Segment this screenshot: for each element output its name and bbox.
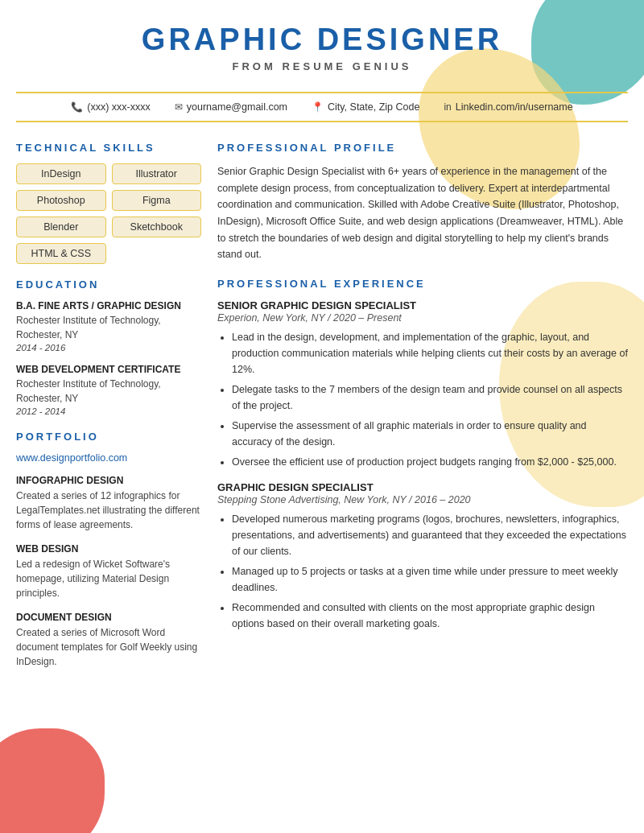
- phone-icon: 📞: [71, 101, 83, 113]
- portfolio-item: DOCUMENT DESIGN Created a series of Micr…: [16, 612, 201, 669]
- skill-tag: Blender: [16, 216, 106, 237]
- contact-location: 📍 City, State, Zip Code: [312, 101, 419, 113]
- header: GRAPHIC DESIGNER FROM RESUME GENIUS: [0, 0, 644, 80]
- edu-degree: B.A. FINE ARTS / GRAPHIC DESIGN: [16, 300, 201, 311]
- education-item: B.A. FINE ARTS / GRAPHIC DESIGN Rocheste…: [16, 300, 201, 353]
- phone-text: (xxx) xxx-xxxx: [87, 101, 150, 113]
- location-text: City, State, Zip Code: [328, 101, 419, 113]
- skill-tag: Photoshop: [16, 190, 106, 211]
- job-title: SENIOR GRAPHIC DESIGN SPECIALIST: [217, 299, 628, 311]
- job-item: GRAPHIC DESIGN SPECIALIST Stepping Stone…: [217, 481, 628, 632]
- portfolio-item-title: DOCUMENT DESIGN: [16, 612, 201, 623]
- portfolio-heading: PORTFOLIO: [16, 431, 201, 443]
- portfolio-item-title: INFOGRAPHIC DESIGN: [16, 475, 201, 486]
- profile-heading: PROFESSIONAL PROFILE: [217, 142, 628, 154]
- portfolio-link[interactable]: www.designportfolio.com: [16, 452, 201, 464]
- jobs-list: SENIOR GRAPHIC DESIGN SPECIALIST Experio…: [217, 299, 628, 632]
- bullet-item: Recommended and consulted with clients o…: [232, 600, 628, 632]
- bullet-item: Developed numerous marketing programs (l…: [232, 511, 628, 559]
- portfolio-item: INFOGRAPHIC DESIGN Created a series of 1…: [16, 475, 201, 532]
- job-company: Stepping Stone Advertising, New York, NY…: [217, 494, 628, 505]
- skill-tag: Sketchbook: [112, 216, 202, 237]
- education-heading: EDUCATION: [16, 278, 201, 291]
- portfolio-list: INFOGRAPHIC DESIGN Created a series of 1…: [16, 475, 201, 669]
- portfolio-item-desc: Created a series of 12 infographics for …: [16, 489, 201, 532]
- job-item: SENIOR GRAPHIC DESIGN SPECIALIST Experio…: [217, 299, 628, 470]
- contact-email: ✉ yourname@gmail.com: [175, 101, 287, 113]
- technical-skills-heading: TECHNICAL SKILLS: [16, 142, 201, 154]
- right-column: PROFESSIONAL PROFILE Senior Graphic Desi…: [217, 142, 628, 680]
- skill-tag: InDesign: [16, 163, 106, 184]
- skills-grid: InDesignIllustratorPhotoshopFigmaBlender…: [16, 163, 201, 264]
- skill-tag: Figma: [112, 190, 202, 211]
- edu-years: 2012 - 2014: [16, 406, 201, 416]
- edu-school: Rochester Institute of Technology, Roche…: [16, 313, 201, 342]
- job-company: Experion, New York, NY / 2020 – Present: [217, 312, 628, 324]
- portfolio-item: WEB DESIGN Led a redesign of Wicket Soft…: [16, 543, 201, 600]
- edu-degree: WEB DEVELOPMENT CERTIFICATE: [16, 364, 201, 375]
- contact-bar: 📞 (xxx) xxx-xxxx ✉ yourname@gmail.com 📍 …: [16, 92, 628, 122]
- education-item: WEB DEVELOPMENT CERTIFICATE Rochester In…: [16, 364, 201, 416]
- edu-school: Rochester Institute of Technology, Roche…: [16, 377, 201, 406]
- bullet-item: Delegate tasks to the 7 members of the d…: [232, 381, 628, 414]
- bullet-item: Lead in the design, development, and imp…: [232, 329, 628, 377]
- portfolio-item-desc: Led a redesign of Wicket Software's home…: [16, 557, 201, 600]
- experience-heading: PROFESSIONAL EXPERIENCE: [217, 278, 628, 290]
- bullet-item: Supervise the assessment of all graphic …: [232, 418, 628, 450]
- contact-linkedin: in Linkedin.com/in/username: [444, 101, 572, 113]
- edu-years: 2014 - 2016: [16, 343, 201, 353]
- job-bullets: Lead in the design, development, and imp…: [217, 329, 628, 470]
- email-text: yourname@gmail.com: [187, 101, 287, 113]
- skill-tag: HTML & CSS: [16, 243, 106, 264]
- bullet-item: Managed up to 5 projects or tasks at a g…: [232, 563, 628, 596]
- decorative-blob-red: [0, 728, 105, 833]
- education-list: B.A. FINE ARTS / GRAPHIC DESIGN Rocheste…: [16, 300, 201, 416]
- bullet-item: Oversee the efficient use of production …: [232, 454, 628, 470]
- left-column: TECHNICAL SKILLS InDesignIllustratorPhot…: [16, 142, 201, 680]
- profile-text: Senior Graphic Design Specialist with 6+…: [217, 163, 628, 263]
- linkedin-text: Linkedin.com/in/username: [456, 101, 573, 113]
- location-icon: 📍: [312, 101, 324, 113]
- linkedin-icon: in: [444, 101, 451, 113]
- portfolio-item-title: WEB DESIGN: [16, 543, 201, 555]
- page-content: GRAPHIC DESIGNER FROM RESUME GENIUS 📞 (x…: [0, 0, 644, 696]
- skill-tag: Illustrator: [112, 163, 202, 184]
- job-bullets: Developed numerous marketing programs (l…: [217, 511, 628, 632]
- main-body: TECHNICAL SKILLS InDesignIllustratorPhot…: [0, 134, 644, 696]
- resume-title: GRAPHIC DESIGNER: [16, 23, 628, 57]
- email-icon: ✉: [175, 101, 183, 113]
- job-title: GRAPHIC DESIGN SPECIALIST: [217, 481, 628, 493]
- resume-subtitle: FROM RESUME GENIUS: [16, 60, 628, 72]
- contact-phone: 📞 (xxx) xxx-xxxx: [71, 101, 150, 113]
- portfolio-item-desc: Created a series of Microsoft Word docum…: [16, 625, 201, 669]
